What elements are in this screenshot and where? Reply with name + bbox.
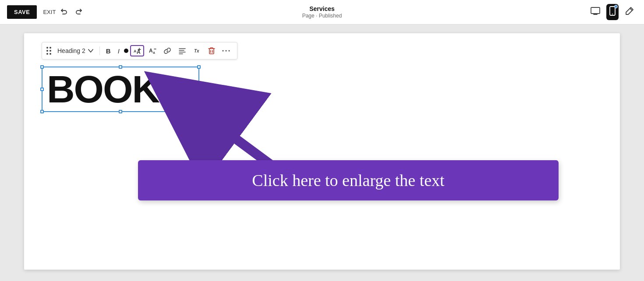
- exit-button[interactable]: EXIT: [43, 9, 56, 15]
- dot: [50, 53, 51, 55]
- svg-text:Tx: Tx: [194, 49, 199, 53]
- text-color-swatch[interactable]: [124, 49, 128, 53]
- dot: [50, 47, 51, 49]
- grow-font-icon: A A: [133, 47, 141, 55]
- handle-bottom-right[interactable]: [197, 110, 201, 113]
- svg-rect-0: [591, 7, 600, 14]
- link-button[interactable]: [161, 45, 174, 56]
- callout-text: Click here to enlarge the text: [156, 171, 541, 190]
- svg-text:A: A: [134, 49, 137, 53]
- page-status: Page · Published: [302, 13, 342, 19]
- link-icon: [163, 47, 171, 55]
- svg-text:A: A: [137, 49, 141, 55]
- clear-format-button[interactable]: Tx: [191, 45, 204, 56]
- mobile-badge: [614, 5, 618, 8]
- canvas-area: Heading 2 B I A A: [0, 25, 644, 281]
- handle-mid-left[interactable]: [40, 88, 44, 91]
- callout-box: Click here to enlarge the text: [138, 160, 559, 200]
- delete-icon: [208, 47, 215, 55]
- bold-icon: B: [106, 47, 111, 55]
- mobile-view-button[interactable]: [606, 4, 619, 20]
- dot: [46, 53, 48, 55]
- delete-button[interactable]: [205, 45, 218, 56]
- undo-button[interactable]: [57, 5, 71, 20]
- save-button[interactable]: SAVE: [7, 5, 37, 19]
- divider: [99, 46, 100, 55]
- handle-bottom-left[interactable]: [40, 110, 44, 113]
- handle-top-right[interactable]: [197, 65, 201, 69]
- heading-style-label: Heading 2: [57, 47, 85, 54]
- bold-button[interactable]: B: [103, 46, 113, 56]
- grow-font-button[interactable]: A A: [130, 45, 144, 56]
- handle-bottom-mid[interactable]: [119, 110, 122, 113]
- page-title: Services: [302, 5, 342, 13]
- dot: [46, 47, 48, 49]
- shrink-font-button[interactable]: A A: [146, 45, 159, 56]
- svg-point-10: [228, 50, 230, 52]
- italic-button[interactable]: I: [115, 46, 122, 56]
- svg-point-9: [225, 50, 226, 52]
- book-text[interactable]: BOOK: [47, 70, 194, 109]
- topbar: SAVE EXIT Services Page · Published: [0, 0, 644, 25]
- svg-point-8: [222, 50, 223, 52]
- svg-text:A: A: [153, 51, 155, 54]
- heading-style-select[interactable]: Heading 2: [55, 46, 96, 56]
- handle-top-left[interactable]: [40, 65, 44, 69]
- page-info: Services Page · Published: [302, 5, 342, 19]
- align-button[interactable]: [176, 45, 189, 56]
- redo-button[interactable]: [72, 5, 85, 20]
- align-icon: [178, 47, 186, 55]
- pen-tool-button[interactable]: [622, 4, 637, 21]
- dot: [50, 50, 51, 52]
- handle-top-mid[interactable]: [119, 65, 122, 69]
- format-toolbar: Heading 2 B I A A: [42, 42, 237, 60]
- drag-handle[interactable]: [46, 47, 51, 55]
- shrink-font-icon: A A: [149, 47, 156, 55]
- handle-mid-right[interactable]: [197, 88, 201, 91]
- clear-format-icon: Tx: [193, 47, 201, 55]
- chevron-down-icon: [88, 49, 93, 53]
- page-canvas: Heading 2 B I A A: [24, 33, 620, 270]
- topbar-right: [588, 4, 637, 21]
- svg-text:A: A: [149, 48, 153, 54]
- more-options-button[interactable]: [219, 48, 233, 54]
- dot: [46, 50, 48, 52]
- text-element-wrapper[interactable]: BOOK: [42, 67, 199, 112]
- desktop-view-button[interactable]: [588, 4, 603, 20]
- selection-box: BOOK: [42, 67, 199, 112]
- svg-point-2: [612, 14, 613, 14]
- italic-icon: I: [118, 47, 120, 55]
- more-options-icon: [222, 49, 230, 52]
